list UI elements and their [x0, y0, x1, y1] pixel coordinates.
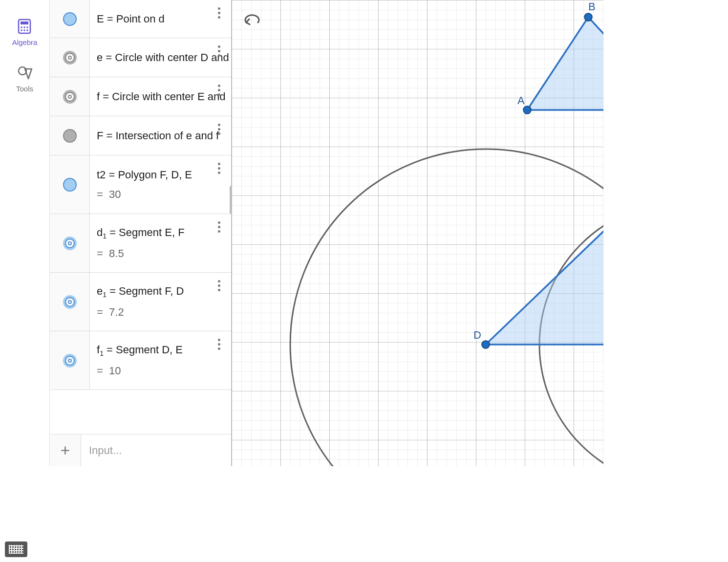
item-definition: F = Intersection of e and f: [90, 116, 231, 155]
svg-rect-10: [232, 0, 603, 466]
svg-point-6: [24, 29, 26, 31]
svg-point-3: [24, 26, 26, 28]
visibility-toggle[interactable]: [50, 331, 90, 389]
marker-icon: [63, 178, 77, 192]
item-definition: f = Circle with center E and: [90, 77, 231, 116]
more-icon[interactable]: [214, 121, 224, 137]
nav-algebra[interactable]: Algebra: [12, 18, 38, 46]
more-icon[interactable]: [214, 5, 224, 21]
more-icon[interactable]: [214, 336, 224, 352]
marker-icon: [63, 354, 77, 367]
svg-rect-1: [21, 22, 28, 24]
item-definition: f1 = Segment D, E= 10: [90, 331, 231, 389]
marker-icon: [63, 129, 77, 143]
visibility-toggle[interactable]: [50, 38, 90, 77]
list-item[interactable]: t2 = Polygon F, D, E= 30: [50, 155, 231, 214]
point-label: B: [588, 0, 596, 13]
list-item[interactable]: f = Circle with center E and: [50, 77, 231, 116]
more-icon[interactable]: [214, 219, 224, 235]
marker-icon: [63, 295, 77, 309]
visibility-toggle[interactable]: [50, 0, 90, 38]
calculator-icon: [16, 18, 33, 35]
list-item[interactable]: e = Circle with center D and: [50, 38, 231, 77]
object-list: E = Point on de = Circle with center D a…: [50, 0, 231, 434]
item-definition: E = Point on d: [90, 0, 231, 38]
marker-icon: [63, 12, 77, 26]
marker-icon: [63, 237, 77, 250]
list-item[interactable]: e1 = Segment F, D= 7.2: [50, 273, 231, 331]
more-icon[interactable]: [214, 160, 224, 176]
visibility-toggle[interactable]: [50, 116, 90, 155]
svg-point-5: [21, 29, 23, 31]
svg-point-15: [523, 106, 531, 114]
item-definition: t2 = Polygon F, D, E= 30: [90, 155, 231, 214]
svg-point-16: [584, 13, 592, 21]
svg-point-7: [27, 29, 29, 31]
more-icon[interactable]: [214, 43, 224, 59]
visibility-toggle[interactable]: [50, 214, 90, 272]
graphics-canvas[interactable]: ABCDEF: [232, 0, 603, 466]
input-row: +: [50, 434, 231, 466]
add-button[interactable]: +: [50, 434, 81, 466]
more-icon[interactable]: [214, 82, 224, 98]
tools-icon: [16, 64, 34, 82]
list-item[interactable]: f1 = Segment D, E= 10: [50, 331, 231, 390]
nav-tools-label: Tools: [16, 85, 33, 93]
nav-tools[interactable]: Tools: [16, 64, 34, 93]
point-label: A: [517, 94, 525, 107]
point-label: D: [473, 329, 481, 341]
algebra-panel: E = Point on de = Circle with center D a…: [50, 0, 232, 466]
list-item[interactable]: E = Point on d: [50, 0, 231, 38]
plus-icon: +: [61, 441, 70, 460]
visibility-toggle[interactable]: [50, 155, 90, 214]
visibility-toggle[interactable]: [50, 77, 90, 116]
item-definition: e = Circle with center D and: [90, 38, 231, 77]
list-item[interactable]: d1 = Segment E, F= 8.5: [50, 214, 231, 273]
list-item[interactable]: F = Intersection of e and f: [50, 116, 231, 155]
svg-point-18: [482, 341, 490, 348]
svg-point-4: [27, 26, 29, 28]
item-definition: e1 = Segment F, D= 7.2: [90, 273, 231, 331]
nav-algebra-label: Algebra: [12, 38, 38, 46]
item-definition: d1 = Segment E, F= 8.5: [90, 214, 231, 272]
left-nav: Algebra Tools: [0, 0, 50, 466]
marker-icon: [63, 51, 77, 65]
more-icon[interactable]: [214, 278, 224, 293]
visibility-toggle[interactable]: [50, 273, 90, 331]
marker-icon: [63, 90, 77, 104]
svg-point-2: [21, 26, 23, 28]
input-field[interactable]: [81, 444, 231, 457]
